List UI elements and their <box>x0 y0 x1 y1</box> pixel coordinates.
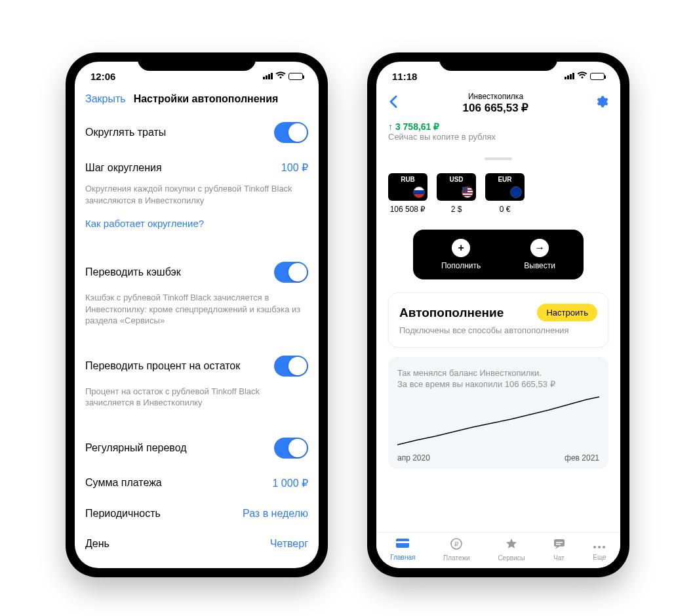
back-button[interactable] <box>388 95 397 112</box>
close-button[interactable]: Закрыть <box>85 93 126 105</box>
profit-row: ↑ 3 758,61 ₽ Сейчас вы копите в рублях <box>376 117 620 146</box>
auto-topup-card: Автопополнение Настроить Подключены все … <box>388 293 608 348</box>
configure-button[interactable]: Настроить <box>537 304 597 321</box>
rounding-toggle[interactable] <box>274 122 308 143</box>
currency-usd[interactable]: USD 2 $ <box>437 173 476 214</box>
rounding-desc: Округления каждой покупки с рублевой Tin… <box>85 183 308 214</box>
regular-toggle[interactable] <box>274 438 308 459</box>
svg-text:₽: ₽ <box>454 541 459 548</box>
signal-icon <box>263 73 273 79</box>
more-icon <box>593 539 606 552</box>
auto-title: Автопополнение <box>399 306 504 320</box>
tab-label: Еще <box>593 554 606 561</box>
svg-point-9 <box>603 546 605 548</box>
gear-icon[interactable] <box>594 94 608 112</box>
header-balance: 106 665,53 ₽ <box>463 101 529 115</box>
currency-rub[interactable]: RUB 106 508 ₽ <box>388 173 427 214</box>
screen-settings: 12:06 Закрыть Настройки автопополнения О… <box>75 62 319 568</box>
cashback-label: Переводить кэшбэк <box>85 266 181 278</box>
tab-label: Главная <box>390 554 415 561</box>
tab-label: Чат <box>553 554 565 562</box>
rounding-step-label: Шаг округления <box>85 162 162 174</box>
period-value: Раз в неделю <box>243 508 308 520</box>
rounding-row: Округлять траты <box>85 113 308 152</box>
withdraw-button[interactable]: → Вывести <box>524 239 555 270</box>
header-subtitle: Инвесткопилка <box>463 92 529 101</box>
svg-rect-1 <box>396 541 409 543</box>
rounding-label: Округлять траты <box>85 127 166 138</box>
day-value: Четверг <box>270 538 308 550</box>
header-center: Инвесткопилка 106 665,53 ₽ <box>463 92 529 115</box>
star-icon <box>498 538 525 553</box>
svg-point-8 <box>598 546 601 548</box>
chat-icon <box>553 538 565 553</box>
interest-desc: Процент на остаток с рублевой Tinkoff Bl… <box>85 386 308 417</box>
tab-chat[interactable]: Чат <box>553 538 565 562</box>
status-icons <box>565 71 605 81</box>
currency-eur[interactable]: EUR 0 € <box>485 173 525 214</box>
flag-us-icon <box>462 186 473 198</box>
balance-chart <box>397 396 599 448</box>
cashback-toggle[interactable] <box>274 262 308 283</box>
rounding-step-row[interactable]: Шаг округления 100 ₽ <box>85 152 308 183</box>
card-icon <box>390 539 415 552</box>
settings-content: Округлять траты Шаг округления 100 ₽ Окр… <box>75 113 319 568</box>
currency-code: RUB <box>401 176 415 183</box>
nav-bar: Закрыть Настройки автопополнения <box>75 88 319 113</box>
tab-payments[interactable]: ₽ Платежи <box>443 538 470 562</box>
chart-date-to: фев 2021 <box>565 453 599 462</box>
period-row[interactable]: Периодичность Раз в неделю <box>85 499 308 529</box>
amount-value: 1 000 ₽ <box>273 477 308 489</box>
interest-label: Переводить процент на остаток <box>85 360 240 372</box>
header: Инвесткопилка 106 665,53 ₽ <box>376 88 620 117</box>
chart-date-from: апр 2020 <box>397 453 430 462</box>
action-panel: + Пополнить → Вывести <box>413 230 584 279</box>
currency-code: EUR <box>498 176 511 183</box>
dashboard-content: RUB 106 508 ₽ USD 2 $ EUR 0 € + Пополнит… <box>376 146 620 532</box>
day-label: День <box>85 538 109 550</box>
interest-row: Переводить процент на остаток <box>85 346 308 386</box>
notch <box>138 52 256 71</box>
flag-eu-icon <box>510 186 522 198</box>
profit-subtitle: Сейчас вы копите в рублях <box>388 132 608 142</box>
regular-row: Регулярный перевод <box>85 428 308 468</box>
withdraw-label: Вывести <box>524 261 555 270</box>
tab-home[interactable]: Главная <box>390 539 415 561</box>
regular-label: Регулярный перевод <box>85 442 187 454</box>
tab-label: Платежи <box>443 554 470 562</box>
notch <box>439 52 557 71</box>
profit-value: ↑ 3 758,61 ₽ <box>388 121 608 132</box>
currency-value: 106 508 ₽ <box>388 205 427 214</box>
tab-more[interactable]: Еще <box>593 539 606 561</box>
signal-icon <box>565 73 574 79</box>
currency-value: 0 € <box>485 205 525 214</box>
screen-dashboard: 11:18 Инвесткопилка 106 665,53 ₽ ↑ <box>376 62 620 568</box>
currency-value: 2 $ <box>437 205 476 214</box>
page-title: Настройки автопополнения <box>134 93 279 105</box>
amount-row[interactable]: Сумма платежа 1 000 ₽ <box>85 468 308 499</box>
auto-subtitle: Подключены все способы автопополнения <box>399 325 597 337</box>
svg-point-7 <box>593 546 596 548</box>
deposit-button[interactable]: + Пополнить <box>441 239 481 270</box>
chart-text-2: За все время вы накопили 106 665,53 ₽ <box>397 379 599 390</box>
period-label: Периодичность <box>85 508 161 520</box>
rounding-step-value: 100 ₽ <box>281 161 308 174</box>
interest-toggle[interactable] <box>274 356 308 377</box>
rounding-help-link[interactable]: Как работает округление? <box>85 214 308 241</box>
currency-cards: RUB 106 508 ₽ USD 2 $ EUR 0 € <box>388 173 608 214</box>
status-icons <box>263 71 303 81</box>
chart-text-1: Так менялся баланс Инвесткопилки. <box>397 367 599 379</box>
day-row[interactable]: День Четверг <box>85 529 308 559</box>
chart-card: Так менялся баланс Инвесткопилки. За все… <box>388 357 608 469</box>
tab-label: Сервисы <box>498 554 525 562</box>
phone-dashboard: 11:18 Инвесткопилка 106 665,53 ₽ ↑ <box>367 52 629 577</box>
ruble-icon: ₽ <box>443 538 470 553</box>
arrow-right-icon: → <box>530 239 549 257</box>
plus-icon: + <box>452 239 470 257</box>
deposit-label: Пополнить <box>441 261 481 270</box>
wifi-icon <box>577 71 587 81</box>
cashback-row: Переводить кэшбэк <box>85 253 308 292</box>
drag-handle[interactable] <box>485 157 512 160</box>
tab-services[interactable]: Сервисы <box>498 538 525 562</box>
tabbar: Главная ₽ Платежи Сервисы Чат <box>376 532 620 568</box>
